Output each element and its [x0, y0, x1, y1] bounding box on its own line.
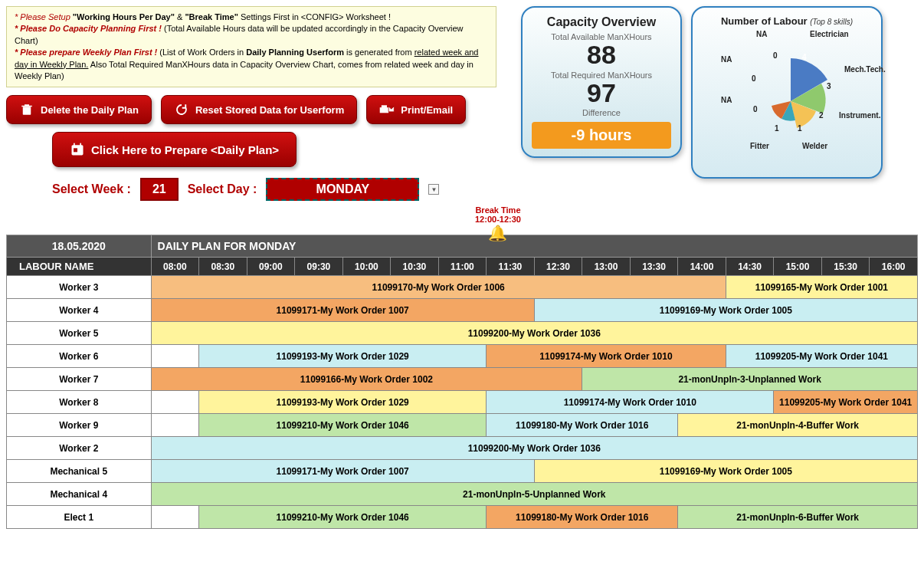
work-order-block[interactable]: 11099180-My Work Order 1016	[487, 506, 678, 529]
plan-date: 18.05.2020	[7, 235, 152, 258]
work-order-block[interactable]: 11099210-My Work Order 1046	[199, 414, 487, 437]
time-header: 09:30	[295, 258, 343, 276]
work-order-block[interactable]: 11099210-My Work Order 1046	[199, 506, 487, 529]
day-dropdown-trigger[interactable]: ▼	[428, 184, 439, 195]
week-value-cell[interactable]: 21	[140, 178, 179, 201]
labour-name-cell: Mechanical 4	[7, 483, 152, 506]
time-header: 09:00	[247, 258, 295, 276]
work-order-block[interactable]: 11099165-My Work Order 1001	[726, 276, 917, 299]
work-order-block[interactable]: 11099166-My Work Order 1002	[151, 368, 582, 391]
select-week-label: Select Week :	[52, 182, 131, 196]
work-order-block[interactable]: 11099174-My Work Order 1010	[487, 345, 726, 368]
capacity-required-value: 97	[532, 80, 671, 107]
time-header: 13:30	[630, 258, 678, 276]
time-header: 11:00	[438, 258, 487, 276]
svg-rect-7	[74, 143, 75, 146]
day-value-cell[interactable]: MONDAY	[266, 178, 419, 201]
capacity-available-value: 88	[532, 41, 671, 69]
labour-name-header: LABOUR NAME	[7, 258, 152, 276]
time-header: 11:30	[487, 258, 535, 276]
time-header: 15:00	[774, 258, 822, 276]
time-header: 08:00	[151, 258, 199, 276]
daily-plan-table: 18.05.2020 DAILY PLAN FOR MONDAY LABOUR …	[6, 235, 918, 529]
work-order-block[interactable]: 11099174-My Work Order 1010	[487, 391, 774, 414]
work-order-block[interactable]: 11099169-My Work Order 1005	[534, 299, 917, 322]
labour-name-cell: Worker 4	[7, 299, 152, 322]
work-order-block[interactable]: 11099200-My Work Order 1036	[151, 437, 917, 460]
time-header: 15:30	[821, 258, 870, 276]
bell-icon: 🔔	[475, 224, 521, 242]
labour-name-cell: Mechanical 5	[7, 460, 152, 483]
reset-data-button[interactable]: Reset Stored Data for Userform	[161, 95, 357, 124]
table-row: Worker 211099200-My Work Order 1036	[7, 437, 918, 460]
time-header: 10:30	[391, 258, 439, 276]
labour-card: Number of Labour (Top 8 skills) NA Elect…	[691, 6, 883, 179]
svg-rect-8	[80, 143, 81, 146]
labour-name-cell: Worker 3	[7, 276, 152, 299]
plan-title: DAILY PLAN FOR MONDAY	[151, 235, 917, 258]
select-day-label: Select Day :	[188, 182, 257, 196]
labour-name-cell: Worker 6	[7, 345, 152, 368]
labour-name-cell: Worker 2	[7, 437, 152, 460]
capacity-overview-card: Capacity Overview Total Available ManXHo…	[521, 6, 682, 158]
info-box: * Please Setup "Working Hours Per Day" &…	[6, 6, 496, 87]
calendar-icon	[70, 142, 85, 157]
work-order-block[interactable]: 11099193-My Work Order 1029	[199, 391, 487, 414]
work-order-block[interactable]: 21-monUnpln-6-Buffer Work	[678, 506, 918, 529]
work-order-block[interactable]: 21-monUnpln-5-Unplanned Work	[151, 483, 917, 506]
work-order-block[interactable]: 11099171-My Work Order 1007	[151, 299, 534, 322]
table-row: Worker 411099171-My Work Order 100711099…	[7, 299, 918, 322]
work-order-block[interactable]: 11099171-My Work Order 1007	[151, 460, 534, 483]
labour-pie-chart: NA Electrician NA Mech.Tech. NA Instrume…	[703, 28, 871, 159]
empty-block	[151, 391, 199, 414]
capacity-title: Capacity Overview	[532, 15, 671, 29]
work-order-block[interactable]: 11099200-My Work Order 1036	[151, 322, 917, 345]
work-order-block[interactable]: 21-monUnpln-3-Unplanned Work	[582, 368, 918, 391]
table-row: Worker 911099210-My Work Order 104611099…	[7, 414, 918, 437]
work-order-block[interactable]: 11099205-My Work Order 1041	[774, 391, 918, 414]
time-header: 14:00	[678, 258, 726, 276]
time-header: 08:30	[199, 258, 247, 276]
empty-block	[151, 345, 199, 368]
labour-name-cell: Worker 9	[7, 414, 152, 437]
work-order-block[interactable]: 11099193-My Work Order 1029	[199, 345, 487, 368]
labour-name-cell: Worker 7	[7, 368, 152, 391]
svg-rect-2	[21, 106, 32, 107]
time-header: 16:00	[870, 258, 918, 276]
select-row: Select Week : 21 Select Day : MONDAY ▼	[52, 178, 512, 201]
table-row: Worker 311099170-My Work Order 100611099…	[7, 276, 918, 299]
table-row: Worker 811099193-My Work Order 102911099…	[7, 391, 918, 414]
time-header: 14:30	[726, 258, 774, 276]
svg-rect-3	[380, 107, 388, 113]
svg-rect-4	[382, 106, 387, 109]
break-time-indicator: Break Time 12:00-12:30 🔔	[475, 205, 521, 242]
table-row: Worker 611099193-My Work Order 102911099…	[7, 345, 918, 368]
work-order-block[interactable]: 11099169-My Work Order 1005	[534, 460, 917, 483]
capacity-difference-value: -9 hours	[532, 122, 671, 149]
time-header: 13:00	[582, 258, 631, 276]
svg-rect-6	[74, 149, 77, 153]
empty-block	[151, 414, 199, 437]
work-order-block[interactable]: 21-monUnpln-4-Buffer Work	[678, 414, 918, 437]
table-row: Elect 111099210-My Work Order 1046110991…	[7, 506, 918, 529]
work-order-block[interactable]: 11099180-My Work Order 1016	[487, 414, 678, 437]
table-row: Mechanical 511099171-My Work Order 10071…	[7, 460, 918, 483]
work-order-block[interactable]: 11099205-My Work Order 1041	[726, 345, 917, 368]
prepare-plan-button[interactable]: Click Here to Prepare <Daily Plan>	[52, 132, 297, 167]
svg-rect-0	[23, 107, 31, 116]
empty-block	[151, 506, 199, 529]
delete-plan-button[interactable]: Delete the Daily Plan	[6, 95, 152, 124]
time-header: 10:00	[342, 258, 391, 276]
table-row: Mechanical 421-monUnpln-5-Unplanned Work	[7, 483, 918, 506]
labour-name-cell: Worker 5	[7, 322, 152, 345]
time-header: 12:30	[534, 258, 582, 276]
table-row: Worker 711099166-My Work Order 100221-mo…	[7, 368, 918, 391]
work-order-block[interactable]: 11099170-My Work Order 1006	[151, 276, 726, 299]
labour-name-cell: Worker 8	[7, 391, 152, 414]
trash-icon	[19, 102, 34, 117]
print-email-button[interactable]: Print/Email	[366, 95, 466, 124]
labour-name-cell: Elect 1	[7, 506, 152, 529]
table-row: Worker 511099200-My Work Order 1036	[7, 322, 918, 345]
refresh-icon	[174, 102, 189, 117]
print-email-icon	[379, 102, 395, 117]
